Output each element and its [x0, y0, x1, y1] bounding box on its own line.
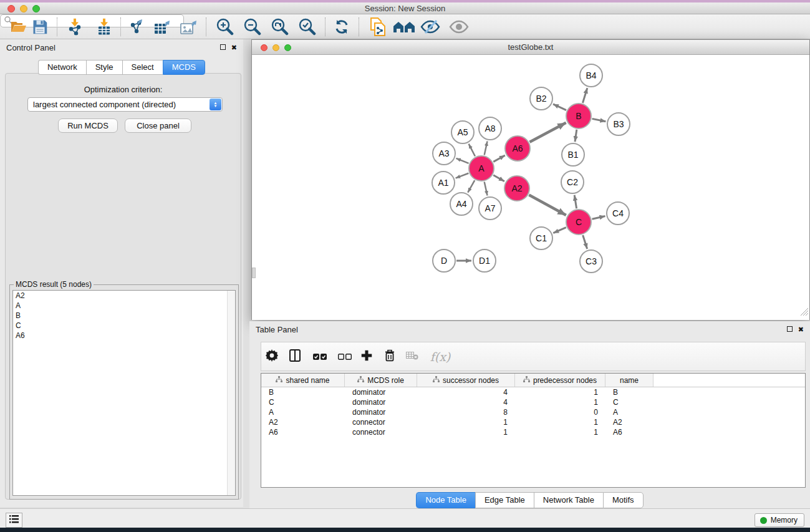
- show-all-icon[interactable]: [449, 20, 469, 34]
- close-table-panel-icon[interactable]: ✖: [798, 326, 804, 333]
- graph-node-A4[interactable]: A4: [450, 192, 473, 216]
- edge-A-A8[interactable]: [485, 142, 488, 155]
- close-panel-icon[interactable]: ✖: [231, 44, 237, 51]
- cell-successor-nodes[interactable]: 8: [417, 408, 515, 417]
- cell-predecessor-nodes[interactable]: 1: [515, 428, 605, 437]
- column-header-MCDS-role[interactable]: MCDS role: [345, 374, 417, 387]
- duplicate-network-icon[interactable]: [370, 17, 386, 36]
- graph-node-A7[interactable]: A7: [478, 196, 502, 220]
- cell-MCDS-role[interactable]: connector: [345, 428, 417, 437]
- cell-shared-name[interactable]: A2: [261, 418, 345, 427]
- cell-predecessor-nodes[interactable]: 1: [515, 388, 605, 397]
- graph-node-B4[interactable]: B4: [579, 64, 603, 87]
- zoom-in-icon[interactable]: [215, 17, 234, 36]
- cell-MCDS-role[interactable]: dominator: [345, 398, 417, 407]
- cell-shared-name[interactable]: C: [261, 398, 345, 407]
- deselect-all-icon[interactable]: [338, 351, 352, 362]
- graph-node-A8[interactable]: A8: [478, 117, 502, 140]
- graph-node-D[interactable]: D: [432, 249, 456, 273]
- mcds-result-item[interactable]: C: [13, 321, 235, 331]
- tab-motifs[interactable]: Motifs: [603, 492, 644, 508]
- graph-node-C2[interactable]: C2: [561, 170, 584, 194]
- tab-mcds[interactable]: MCDS: [163, 60, 205, 75]
- graph-node-A6[interactable]: A6: [504, 135, 531, 162]
- cell-shared-name[interactable]: A: [261, 408, 345, 417]
- table-row[interactable]: Bdominator41B: [261, 387, 805, 397]
- close-panel-button[interactable]: Close panel: [125, 118, 191, 133]
- float-table-panel-icon[interactable]: [787, 326, 793, 333]
- tab-style[interactable]: Style: [86, 60, 122, 75]
- edge-A-A2[interactable]: [493, 175, 504, 181]
- run-mcds-button[interactable]: Run MCDS: [58, 118, 118, 133]
- tab-network-table[interactable]: Network Table: [534, 492, 603, 508]
- mcds-result-item[interactable]: A6: [13, 331, 235, 341]
- column-layout-icon[interactable]: [289, 349, 301, 364]
- float-panel-icon[interactable]: [220, 44, 226, 51]
- tab-edge-table[interactable]: Edge Table: [475, 492, 534, 508]
- cell-MCDS-role[interactable]: dominator: [345, 408, 417, 417]
- cell-name[interactable]: A: [605, 408, 653, 417]
- mcds-result-item[interactable]: A2: [13, 291, 235, 301]
- edge-C-C1[interactable]: [553, 228, 566, 233]
- cell-MCDS-role[interactable]: connector: [345, 418, 417, 427]
- canvas-edge-grip[interactable]: [252, 268, 256, 278]
- column-header-successor-nodes[interactable]: successor nodes: [417, 374, 515, 387]
- cell-predecessor-nodes[interactable]: 1: [515, 418, 605, 427]
- memory-button[interactable]: Memory: [755, 513, 804, 527]
- table-row[interactable]: Cdominator41C: [261, 397, 805, 407]
- tab-node-table[interactable]: Node Table: [416, 492, 475, 508]
- edge-A-A3[interactable]: [456, 158, 468, 163]
- refresh-icon[interactable]: [334, 19, 350, 35]
- graph-node-A[interactable]: A: [468, 155, 494, 181]
- import-table-icon[interactable]: [97, 18, 112, 35]
- task-history-button[interactable]: [6, 513, 22, 528]
- edge-B-B1[interactable]: [575, 130, 577, 142]
- export-network-icon[interactable]: [128, 19, 145, 35]
- minimize-window-button[interactable]: [20, 5, 27, 12]
- edge-A6-B[interactable]: [529, 123, 566, 142]
- mcds-result-list[interactable]: A2ABCA6: [12, 290, 236, 496]
- cell-successor-nodes[interactable]: 1: [417, 428, 515, 437]
- cell-name[interactable]: A2: [605, 418, 653, 427]
- graph-node-A1[interactable]: A1: [432, 171, 455, 195]
- edge-C-C4[interactable]: [592, 216, 605, 220]
- cell-successor-nodes[interactable]: 4: [417, 398, 515, 407]
- edge-B-B3[interactable]: [592, 118, 606, 121]
- first-neighbors-icon[interactable]: [393, 20, 415, 34]
- maximize-window-button[interactable]: [32, 5, 40, 12]
- mcds-result-item[interactable]: B: [13, 311, 235, 321]
- cell-name[interactable]: C: [605, 398, 653, 407]
- edge-A-A1[interactable]: [456, 173, 469, 178]
- open-file-icon[interactable]: [11, 20, 27, 34]
- zoom-out-icon[interactable]: [243, 17, 261, 36]
- criterion-dropdown[interactable]: largest connected component (directed) ▲…: [27, 97, 223, 112]
- table-row[interactable]: A2connector11A2: [261, 417, 805, 427]
- window-resize-grip[interactable]: [801, 307, 809, 319]
- graph-node-B[interactable]: B: [566, 103, 592, 129]
- graph-node-C4[interactable]: C4: [606, 201, 630, 225]
- export-table-icon[interactable]: [154, 19, 171, 35]
- edge-A-A6[interactable]: [493, 155, 505, 162]
- edge-A-A5[interactable]: [469, 144, 475, 157]
- graph-node-A2[interactable]: A2: [504, 175, 530, 201]
- mcds-result-item[interactable]: A: [13, 301, 235, 311]
- import-network-icon[interactable]: [67, 18, 82, 35]
- table-row[interactable]: A6connector11A6: [261, 427, 805, 437]
- column-header-name[interactable]: name: [605, 374, 653, 387]
- close-network-button[interactable]: [261, 44, 268, 51]
- save-session-icon[interactable]: [33, 19, 47, 34]
- hide-selected-icon[interactable]: [420, 19, 440, 34]
- add-column-icon[interactable]: [362, 350, 372, 363]
- edge-C-C2[interactable]: [574, 195, 576, 209]
- edge-A-A7[interactable]: [485, 181, 488, 195]
- cell-successor-nodes[interactable]: 4: [417, 388, 515, 397]
- edge-B-B4[interactable]: [582, 88, 587, 103]
- delete-column-icon[interactable]: [385, 349, 395, 364]
- graph-node-C1[interactable]: C1: [529, 226, 553, 250]
- cell-predecessor-nodes[interactable]: 1: [515, 398, 605, 407]
- graph-node-A5[interactable]: A5: [451, 120, 475, 144]
- graph-node-B3[interactable]: B3: [607, 112, 630, 136]
- cell-shared-name[interactable]: A6: [261, 428, 345, 437]
- zoom-selected-icon[interactable]: [297, 17, 316, 36]
- node-table[interactable]: shared nameMCDS rolesuccessor nodesprede…: [261, 373, 806, 488]
